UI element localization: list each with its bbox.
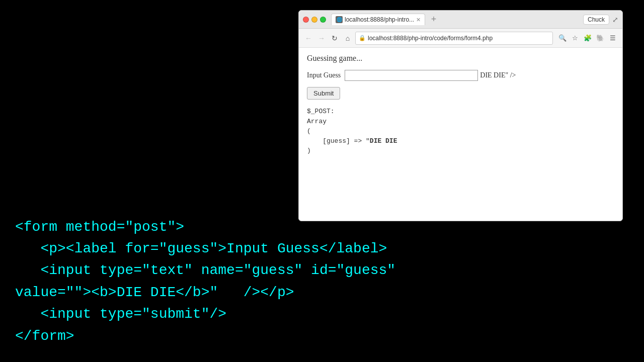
reload-button[interactable]: ↻ <box>329 33 340 44</box>
code-line-6: </form> <box>15 328 74 344</box>
post-line-4: [guess] => "DIE DIE <box>307 136 614 146</box>
home-button[interactable]: ⌂ <box>342 33 353 44</box>
browser-window: 🌐 localhost:8888/php-intro... ✕ + Chuck … <box>298 10 623 221</box>
post-line-3: ( <box>307 126 614 136</box>
after-input-text: DIE DIE" /> <box>480 71 516 79</box>
extension-icon-button[interactable]: 🧩 <box>582 33 593 44</box>
search-icon-button[interactable]: 🔍 <box>557 33 568 44</box>
php-icon-button[interactable]: 🐘 <box>595 33 606 44</box>
post-line-5: ) <box>307 146 614 156</box>
bookmark-icon-button[interactable]: ☆ <box>570 33 581 44</box>
back-button[interactable]: ← <box>303 33 314 44</box>
post-line-4-bold: DIE DIE <box>370 137 397 145</box>
user-profile-button[interactable]: Chuck <box>583 15 609 25</box>
code-line-5: <input type="submit"/> <box>40 306 226 322</box>
guess-input[interactable] <box>345 70 478 81</box>
post-output: $_POST: Array ( [guess] => "DIE DIE ) <box>307 107 614 156</box>
new-tab-button[interactable]: + <box>428 14 439 25</box>
page-title: Guessing game... <box>307 54 614 63</box>
tab-favicon: 🌐 <box>336 16 343 23</box>
address-bar[interactable] <box>368 35 549 42</box>
minimize-traffic-light[interactable] <box>311 17 317 23</box>
post-line-4-start: [guess] => " <box>307 137 370 145</box>
code-line-2: <p><label for="guess">Input Guess</label… <box>40 241 387 256</box>
post-line-1: $_POST: <box>307 107 614 117</box>
browser-titlebar: 🌐 localhost:8888/php-intro... ✕ + Chuck … <box>299 11 622 29</box>
submit-row: Submit <box>307 87 614 107</box>
tab-close-icon[interactable]: ✕ <box>416 17 421 23</box>
code-line-1: <form method="post"> <box>15 219 184 235</box>
submit-button[interactable]: Submit <box>307 87 340 100</box>
address-bar-container: 🔒 <box>355 32 553 45</box>
code-line-3: <input type="text" name="guess" id="gues… <box>40 262 395 278</box>
code-line-4: value=""><b>DIE DIE</b>" /></p> <box>15 285 294 300</box>
lock-icon: 🔒 <box>359 35 366 41</box>
menu-button[interactable]: ☰ <box>607 33 618 44</box>
traffic-lights <box>303 17 326 23</box>
tab-label: localhost:8888/php-intro... <box>345 16 414 23</box>
code-text: <form method="post"> <p><label for="gues… <box>15 216 282 347</box>
code-overlay: <form method="post"> <p><label for="gues… <box>0 0 297 362</box>
maximize-traffic-light[interactable] <box>320 17 326 23</box>
browser-content: Guessing game... Input Guess DIE DIE" />… <box>299 48 622 221</box>
post-line-2: Array <box>307 117 614 127</box>
toolbar-icons: 🔍 ☆ 🧩 🐘 ☰ <box>557 33 618 44</box>
browser-tab[interactable]: 🌐 localhost:8888/php-intro... ✕ <box>331 14 425 25</box>
forward-button[interactable]: → <box>316 33 327 44</box>
expand-button[interactable]: ⤢ <box>612 16 618 24</box>
input-guess-label: Input Guess <box>307 71 341 79</box>
form-row: Input Guess DIE DIE" /> <box>307 70 614 81</box>
close-traffic-light[interactable] <box>303 17 309 23</box>
browser-toolbar: ← → ↻ ⌂ 🔒 🔍 ☆ 🧩 🐘 ☰ <box>299 29 622 48</box>
